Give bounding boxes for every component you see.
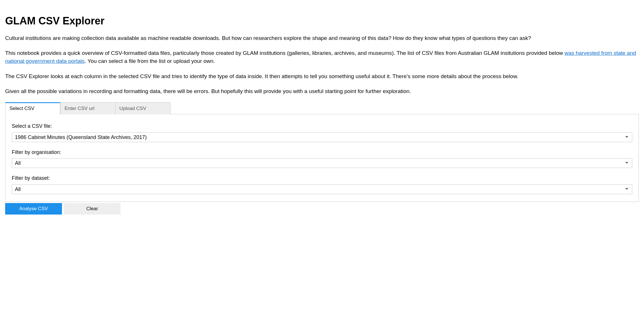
- intro-paragraph-4: Given all the possible variations in rec…: [5, 87, 639, 95]
- dataset-filter-select[interactable]: All: [12, 184, 632, 194]
- intro-paragraph-1: Cultural institutions are making collect…: [5, 34, 639, 42]
- action-row: Analyse CSV Clear: [5, 203, 639, 215]
- page-title: GLAM CSV Explorer: [5, 13, 639, 28]
- analyse-button[interactable]: Analyse CSV: [5, 203, 62, 215]
- dataset-filter-wrap: All: [12, 184, 632, 194]
- org-filter-wrap: All: [12, 158, 632, 168]
- file-select[interactable]: 1986 Cabinet Minutes (Queensland State A…: [12, 132, 632, 142]
- intro-paragraph-3: The CSV Explorer looks at each column in…: [5, 72, 639, 80]
- intro-p2-after: . You can select a file from the list or…: [85, 58, 215, 64]
- tab-upload-csv[interactable]: Upload CSV: [115, 102, 170, 114]
- intro-p2-before: This notebook provides a quick overview …: [5, 50, 565, 56]
- clear-button[interactable]: Clear: [64, 203, 121, 215]
- tab-enter-csv-url[interactable]: Enter CSV url: [60, 102, 115, 114]
- dataset-filter-label: Filter by dataset:: [12, 174, 632, 182]
- intro-paragraph-2: This notebook provides a quick overview …: [5, 49, 639, 65]
- file-select-wrap: 1986 Cabinet Minutes (Queensland State A…: [12, 132, 632, 142]
- org-filter-select[interactable]: All: [12, 158, 632, 168]
- tab-bar: Select CSV Enter CSV url Upload CSV: [5, 102, 639, 114]
- org-filter-label: Filter by organisation:: [12, 148, 632, 156]
- tab-select-csv[interactable]: Select CSV: [5, 102, 60, 114]
- file-select-label: Select a CSV file:: [12, 122, 632, 130]
- select-csv-panel: Select a CSV file: 1986 Cabinet Minutes …: [5, 114, 639, 202]
